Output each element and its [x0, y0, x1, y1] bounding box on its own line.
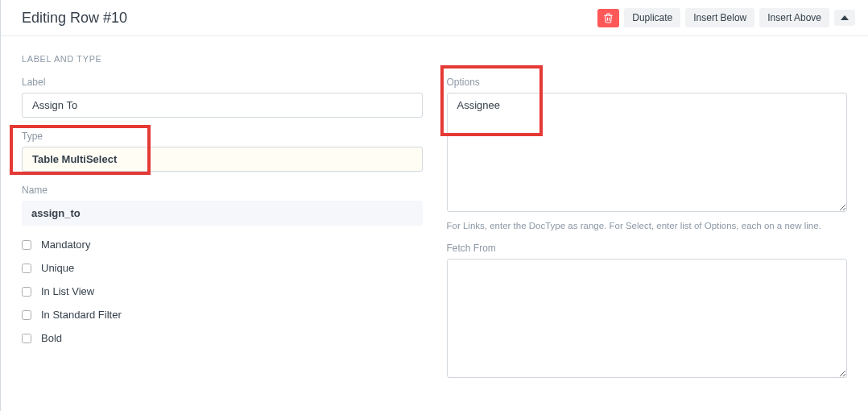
left-column: Label Type Name assign_to Mandatory — [22, 77, 423, 393]
mandatory-checkbox[interactable] — [22, 240, 31, 250]
fetch-from-textarea[interactable] — [447, 259, 848, 378]
options-field-label: Options — [447, 77, 848, 88]
page-title: Editing Row #10 — [22, 10, 127, 27]
in-list-view-label: In List View — [41, 285, 94, 297]
unique-label: Unique — [41, 262, 74, 274]
name-display: assign_to — [22, 201, 423, 226]
caret-up-icon — [841, 15, 849, 20]
header-actions: Duplicate Insert Below Insert Above — [597, 8, 855, 27]
delete-button[interactable] — [597, 9, 619, 27]
insert-below-button[interactable]: Insert Below — [685, 8, 754, 27]
editor-header: Editing Row #10 Duplicate Insert Below I… — [1, 0, 868, 36]
options-textarea[interactable] — [447, 93, 848, 212]
name-field-label: Name — [22, 185, 423, 196]
bold-label: Bold — [41, 332, 62, 344]
in-standard-filter-label: In Standard Filter — [41, 309, 122, 321]
fetch-from-field-label: Fetch From — [447, 243, 848, 254]
collapse-button[interactable] — [834, 10, 855, 26]
unique-checkbox[interactable] — [22, 264, 31, 273]
type-field-label: Type — [22, 131, 423, 142]
type-input[interactable] — [22, 147, 423, 172]
in-standard-filter-checkbox[interactable] — [22, 310, 31, 320]
trash-icon — [603, 13, 614, 23]
editor-body: LABEL AND TYPE Label Type Name assign_to — [1, 36, 868, 411]
label-field-label: Label — [22, 77, 423, 88]
right-column: Options For Links, enter the DocType as … — [447, 77, 848, 393]
insert-above-button[interactable]: Insert Above — [759, 8, 829, 27]
label-input[interactable] — [22, 93, 423, 118]
mandatory-label: Mandatory — [41, 239, 90, 251]
duplicate-button[interactable]: Duplicate — [624, 8, 680, 27]
in-list-view-checkbox[interactable] — [22, 287, 31, 297]
section-title: LABEL AND TYPE — [22, 54, 847, 64]
bold-checkbox[interactable] — [22, 334, 31, 343]
options-help-text: For Links, enter the DocType as range. F… — [447, 219, 848, 233]
